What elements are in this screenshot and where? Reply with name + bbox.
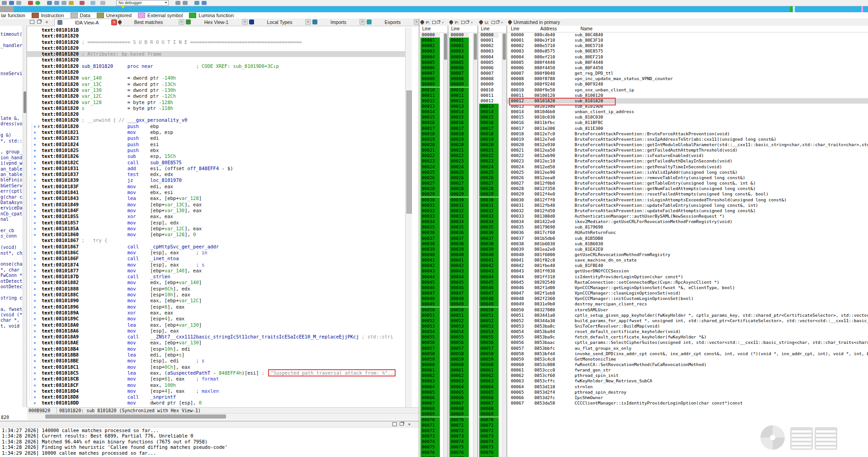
line-number-cell[interactable]: 00046 bbox=[420, 285, 440, 290]
line-number-cell[interactable]: 00052 bbox=[479, 318, 499, 324]
line-number-cell[interactable]: 00074 bbox=[479, 439, 499, 444]
disasm-line[interactable]: text:08101820 var_12C = dword ptr -12Ch bbox=[27, 93, 411, 99]
disasm-line[interactable]: text:081018AE mov eax, [ebp+var_130] bbox=[27, 340, 411, 346]
line-number-cell[interactable]: 00062 bbox=[449, 373, 469, 378]
line-number-cell[interactable]: 00010 bbox=[420, 87, 440, 93]
debugger-play-icon[interactable] bbox=[100, 1, 105, 5]
line-number-cell[interactable]: 00001 bbox=[449, 38, 469, 43]
line-number-cell[interactable]: 00048 bbox=[420, 296, 440, 301]
line-number-cell[interactable]: 00003 bbox=[449, 48, 469, 54]
disasm-line[interactable]: text:08101831 add esi, (offset off_848EF… bbox=[27, 166, 411, 171]
panel-float-icon[interactable] bbox=[37, 20, 42, 24]
navband-position-marker[interactable] bbox=[121, 6, 125, 9]
line-number-cell[interactable]: 00050 bbox=[449, 307, 469, 313]
line-number-cell[interactable]: 00052 bbox=[449, 318, 469, 324]
line-number-cell[interactable]: 00002 bbox=[479, 43, 499, 48]
line-number-cell[interactable]: 00016 bbox=[420, 120, 440, 125]
line-number-cell[interactable]: 00014 bbox=[420, 109, 440, 114]
line-number-cell[interactable]: 00057 bbox=[479, 346, 499, 351]
disasm-line[interactable]: text:081018DD mov dword ptr [esp], 0 bbox=[27, 400, 411, 406]
table-row[interactable]: 000550853ba9cfetch_default_certificate_k… bbox=[507, 334, 868, 340]
line-number-cell[interactable]: 00069 bbox=[449, 411, 469, 417]
line-number-cell[interactable]: 00051 bbox=[479, 313, 499, 318]
line-number-cell[interactable]: 00043 bbox=[420, 268, 440, 274]
line-number-cell[interactable]: 00012 bbox=[420, 98, 440, 104]
line-number-cell[interactable]: 00067 bbox=[449, 400, 469, 406]
line-number-cell[interactable]: 00067 bbox=[420, 400, 440, 406]
toolbar-icon[interactable] bbox=[54, 1, 59, 5]
line-number-cell[interactable]: 00075 bbox=[479, 444, 499, 450]
disasm-line[interactable]: text:08101877 mov [ebp+var_140], eax bbox=[27, 268, 411, 274]
line-number-cell[interactable]: 00038 bbox=[479, 241, 499, 247]
sidebar-item[interactable]: erviceData bbox=[0, 205, 23, 210]
line-number-cell[interactable]: 00046 bbox=[479, 285, 499, 290]
table-row[interactable]: 00002080e5710sub_80E5710 bbox=[507, 43, 868, 48]
disasm-line[interactable]: text:081018A0 lea eax, [ebp+var_130] bbox=[27, 322, 411, 328]
line-number-cell[interactable]: 00068 bbox=[449, 406, 469, 411]
table-row[interactable]: 000660853d2fcIpcShmOwner bbox=[507, 395, 868, 400]
line-number-cell[interactable]: 00076 bbox=[420, 450, 440, 455]
sidebar-item[interactable]: i(vpnd_w bbox=[0, 161, 22, 166]
disasm-line[interactable]: text:08101849 mov [ebp+var_13C], eax bbox=[27, 202, 411, 208]
disasm-line[interactable]: ∨text:08101820 push ebp bbox=[27, 124, 411, 129]
line-number-cell[interactable]: 00054 bbox=[479, 329, 499, 334]
disasm-line[interactable]: text:08101820 var_13C = dword ptr -13Ch bbox=[27, 81, 411, 87]
table-row[interactable]: 000560853baaccptls_params::SelectCipherS… bbox=[507, 340, 868, 345]
line-number-cell[interactable]: 00073 bbox=[449, 433, 469, 439]
sidebar-item[interactable]: _handler( bbox=[0, 43, 23, 48]
line-number-cell[interactable]: 00049 bbox=[479, 301, 499, 307]
sidebar-item[interactable]: late &, ch bbox=[0, 116, 23, 121]
table-row[interactable]: 00037081b5db0sub_81B5DB0 bbox=[507, 236, 868, 241]
output-restore-icon[interactable] bbox=[392, 422, 397, 427]
disasm-line[interactable]: text:08101820 bbox=[27, 111, 411, 117]
line-number-cell[interactable]: 00010 bbox=[479, 87, 499, 93]
table-row[interactable]: 000670853da58CCCClientManager::isIdentit… bbox=[507, 400, 868, 406]
table-row[interactable]: 000310812fb40BruteForceAttackPrevention:… bbox=[507, 203, 868, 208]
line-number-cell[interactable]: 00057 bbox=[449, 346, 469, 351]
line-panel[interactable]: Line000000000100002000030000400005000060… bbox=[478, 26, 506, 457]
panel-close-icon[interactable]: × bbox=[441, 20, 445, 24]
line-number-cell[interactable]: 00045 bbox=[420, 280, 440, 285]
disasm-line[interactable]: text:08101896 mov [esp+8], eax bbox=[27, 304, 411, 310]
line-number-cell[interactable]: 00000 bbox=[420, 32, 440, 38]
line-number-cell[interactable]: 00045 bbox=[449, 280, 469, 285]
line-number-cell[interactable]: 00012 bbox=[449, 98, 469, 104]
line-number-cell[interactable]: 00000 bbox=[479, 32, 499, 38]
line-number-cell[interactable]: 00068 bbox=[479, 406, 499, 411]
line-number-cell[interactable]: 00050 bbox=[420, 307, 440, 313]
line-number-cell[interactable]: 00002 bbox=[420, 43, 440, 48]
line-number-cell[interactable]: 00035 bbox=[479, 224, 499, 230]
line-number-cell[interactable]: 00039 bbox=[449, 247, 469, 252]
line-number-cell[interactable]: 00005 bbox=[420, 60, 440, 65]
line-number-cell[interactable]: 00075 bbox=[449, 444, 469, 450]
line-number-cell[interactable]: 00053 bbox=[420, 324, 440, 329]
line-number-cell[interactable]: 00009 bbox=[449, 81, 469, 87]
tab-imports[interactable]: Imports× bbox=[310, 19, 368, 25]
disasm-line[interactable]: text:0810184F mov [ebp+var_130], eax bbox=[27, 208, 411, 214]
line-number-cell[interactable]: 00028 bbox=[420, 186, 440, 191]
line-number-cell[interactable]: 00003 bbox=[479, 48, 499, 54]
sidebar-item[interactable]: er_cb bbox=[0, 228, 14, 233]
disasm-line[interactable]: text:08101821 mov ebp, esp bbox=[27, 129, 411, 135]
table-row[interactable]: 00038081b6030sub_81B6030 bbox=[507, 241, 868, 247]
panel-close-icon[interactable]: × bbox=[44, 20, 49, 24]
line-number-cell[interactable]: 00067 bbox=[479, 400, 499, 406]
table-row[interactable]: 000190812e7e0BruteForceAttackPrevention:… bbox=[507, 137, 868, 142]
toolbar-icon[interactable] bbox=[194, 1, 199, 5]
col-header-line[interactable]: Line bbox=[422, 26, 431, 32]
sidebar-item[interactable]: string co bbox=[0, 295, 23, 300]
line-number-cell[interactable]: 00011 bbox=[420, 93, 440, 98]
disasm-line[interactable]: text:08101820 ; =============== S U B R … bbox=[27, 39, 411, 45]
panel-restore-icon[interactable] bbox=[491, 21, 495, 24]
line-number-cell[interactable]: 00069 bbox=[420, 411, 440, 417]
disasm-line[interactable]: text:08101820 bbox=[27, 69, 411, 75]
panel-float-icon[interactable] bbox=[437, 21, 440, 24]
tab-exports[interactable]: Exports× bbox=[364, 19, 422, 25]
line-number-cell[interactable]: 00029 bbox=[449, 191, 469, 197]
disassembly-view[interactable]: text:0810181B text:08101820 text:0810182… bbox=[27, 27, 411, 407]
line-number-cell[interactable]: 00035 bbox=[420, 224, 440, 230]
line-number-cell[interactable]: 00065 bbox=[449, 390, 469, 395]
line-number-cell[interactable]: 00034 bbox=[479, 219, 499, 224]
line-number-cell[interactable]: 00072 bbox=[449, 428, 469, 433]
col-header-line[interactable]: Line bbox=[451, 26, 460, 32]
